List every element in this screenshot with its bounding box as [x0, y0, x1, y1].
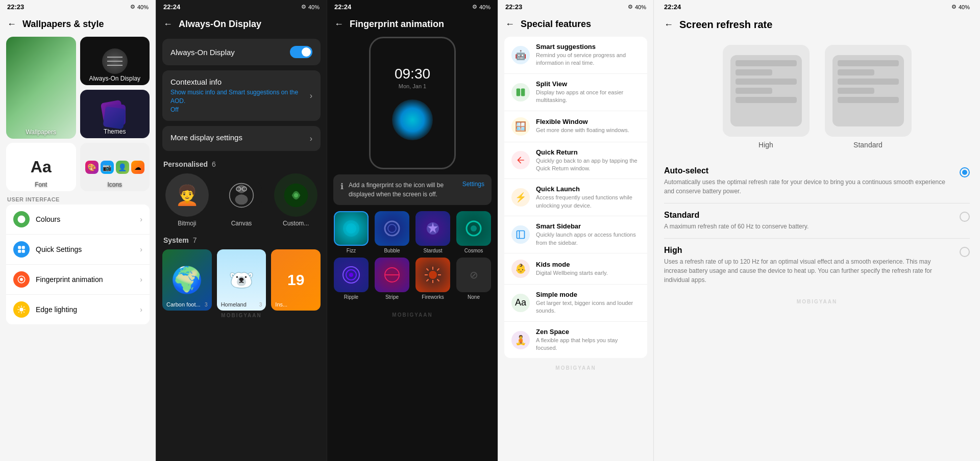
high-phone-inner	[730, 55, 802, 126]
high-option[interactable]: High Uses a refresh rate of up to 120 Hz…	[664, 239, 970, 292]
page-title-p1: Wallpapers & style	[22, 19, 104, 30]
std-preview-row-2	[838, 69, 874, 75]
high-phone-preview	[723, 45, 810, 137]
simple-mode-title: Simple mode	[536, 291, 640, 298]
aod-item[interactable]: Always-On Display	[80, 37, 150, 85]
bitmoji-item[interactable]: 🧑‍🦱 Bitmoji	[162, 173, 212, 227]
homeland-item[interactable]: 🐻‍❄️ Homeland 3	[217, 249, 266, 311]
kids-mode-item[interactable]: 👶 Kids mode Digital Wellbeing starts ear…	[504, 253, 647, 285]
aod-toggle-switch[interactable]	[290, 46, 312, 58]
svg-point-27	[429, 271, 437, 279]
simple-mode-item[interactable]: Aa Simple mode Get larger text, bigger i…	[504, 285, 647, 322]
high-radio[interactable]	[960, 247, 970, 257]
header-p4: ← Special features	[498, 14, 653, 37]
canvas-thumb	[219, 173, 263, 217]
watermark-p3: MOBIGYAAN	[327, 310, 498, 320]
phone-preview-p3: 09:30 Mon, Jan 1	[337, 37, 487, 169]
smart-suggestions-icon: 🤖	[511, 46, 530, 64]
page-title-p3: Fingerprint animation	[350, 19, 444, 30]
back-button-p2[interactable]: ←	[163, 19, 173, 30]
watermark-p5: MOBIGYAAN	[654, 297, 980, 306]
back-button-p4[interactable]: ←	[505, 19, 514, 30]
colours-menu-item[interactable]: Colours ›	[6, 204, 150, 235]
none-item[interactable]: ⊘ None	[455, 258, 493, 300]
cosmos-item[interactable]: Cosmos	[455, 211, 493, 253]
header-p3: ← Fingerprint animation	[327, 14, 498, 37]
status-icons-p4: ⚙ 40%	[628, 4, 646, 10]
high-option-desc: Uses a refresh rate of up to 120 Hz for …	[664, 257, 953, 285]
wallpapers-label: Wallpapers	[6, 129, 76, 136]
bubble-item[interactable]: Bubble	[373, 211, 411, 253]
back-button-p3[interactable]: ←	[334, 19, 344, 30]
standard-option[interactable]: Standard A maximum refresh rate of 60 Hz…	[664, 203, 970, 239]
standard-phone-inner	[832, 55, 904, 126]
special-features-panel: 22:23 ⚙ 40% ← Special features 🤖 Smart s…	[498, 0, 653, 461]
carbon-label: Carbon foot...	[166, 301, 201, 308]
split-view-item[interactable]: Split View Display two apps at once for …	[504, 74, 647, 111]
stripe-item[interactable]: Stripe	[373, 258, 411, 300]
auto-select-desc: Automatically uses the optimal refresh r…	[664, 177, 953, 196]
canvas-item[interactable]: Canvas	[217, 173, 266, 227]
icons-item[interactable]: 🎨 📷 👤 ☁ Icons	[80, 143, 150, 191]
contextual-desc: Show music info and Smart suggestions on…	[170, 88, 310, 114]
quick-launch-item[interactable]: ⚡ Quick Launch Access frequently used fu…	[504, 179, 647, 216]
settings-link[interactable]: Settings	[462, 181, 484, 188]
zen-space-item[interactable]: 🧘 Zen Space A flexible app that helps yo…	[504, 322, 647, 358]
svg-point-16	[346, 223, 356, 234]
ins-item[interactable]: 19 Ins...	[271, 249, 321, 311]
quick-launch-content: Quick Launch Access frequently used func…	[536, 185, 640, 210]
refresh-options-list: Auto-select Automatically uses the optim…	[654, 159, 980, 292]
fizz-item[interactable]: Fizz	[332, 211, 370, 253]
custom-item[interactable]: Custom...	[271, 173, 321, 227]
settings-icon-p5: ⚙	[951, 4, 957, 10]
status-icons-p3: ⚙ 40%	[472, 4, 491, 10]
fireworks-item[interactable]: Fireworks	[414, 258, 452, 300]
standard-phone-preview	[825, 45, 912, 137]
quick-settings-menu-item[interactable]: Quick Settings ›	[6, 235, 150, 265]
icons-label: Icons	[80, 181, 150, 188]
aod-toggle-row[interactable]: Always-On Display	[162, 39, 321, 65]
back-button-p5[interactable]: ←	[664, 19, 673, 30]
page-title-p2: Always-On Display	[179, 19, 261, 30]
quick-return-item[interactable]: Quick Return Quickly go back to an app b…	[504, 142, 647, 180]
auto-select-radio[interactable]	[960, 167, 970, 177]
smart-suggestions-item[interactable]: 🤖 Smart suggestions Remind you of servic…	[504, 37, 647, 74]
themes-item[interactable]: Themes	[80, 90, 150, 138]
standard-radio[interactable]	[960, 212, 970, 222]
time-p2: 22:24	[163, 3, 180, 11]
quick-return-icon	[511, 151, 530, 169]
watermark-p2: MOBIGYAAN	[156, 311, 327, 320]
watermark-p4: MOBIGYAAN	[498, 363, 653, 373]
simple-mode-icon: Aa	[511, 294, 530, 312]
wallpapers-item[interactable]: Wallpapers	[6, 37, 76, 139]
homeland-count: 3	[259, 302, 262, 308]
fingerprint-anim-menu-item[interactable]: Fingerprint animation ›	[6, 265, 150, 295]
carbon-foot-item[interactable]: 🌍 Carbon foot... 3	[162, 249, 212, 311]
edge-lighting-menu-item[interactable]: Edge lighting ›	[6, 295, 150, 324]
zen-space-icon: 🧘	[511, 331, 530, 349]
ripple-item[interactable]: Ripple	[332, 258, 370, 300]
svg-point-6	[19, 308, 23, 312]
zen-space-content: Zen Space A flexible app that helps you …	[536, 328, 640, 352]
phone-time: 09:30	[395, 66, 430, 82]
flexible-window-item[interactable]: 🪟 Flexible Window Get more done with flo…	[504, 111, 647, 142]
svg-rect-2	[22, 246, 25, 249]
more-display-card[interactable]: More display settings ›	[162, 126, 321, 151]
more-display-row: More display settings ›	[170, 133, 312, 144]
back-button-p1[interactable]: ←	[7, 19, 16, 30]
font-item[interactable]: Aa Font	[6, 143, 76, 191]
contextual-card[interactable]: Contextual info Show music info and Smar…	[162, 70, 321, 121]
canvas-label: Canvas	[231, 220, 252, 227]
stardust-label: Stardust	[423, 248, 442, 253]
svg-rect-4	[22, 250, 25, 253]
bubble-thumb	[375, 211, 409, 246]
kids-mode-title: Kids mode	[536, 261, 640, 268]
smart-sidebar-item[interactable]: Smart Sidebar Quickly launch apps or acc…	[504, 216, 647, 253]
fingerprint-icon	[13, 271, 30, 288]
auto-select-option[interactable]: Auto-select Automatically uses the optim…	[664, 159, 970, 203]
contextual-status: Off	[170, 106, 179, 113]
high-content: High Uses a refresh rate of up to 120 Hz…	[664, 246, 953, 285]
standard-option-title: Standard	[664, 211, 953, 220]
stardust-item[interactable]: Stardust	[414, 211, 452, 253]
simple-mode-desc: Get larger text, bigger icons and louder…	[536, 299, 640, 315]
